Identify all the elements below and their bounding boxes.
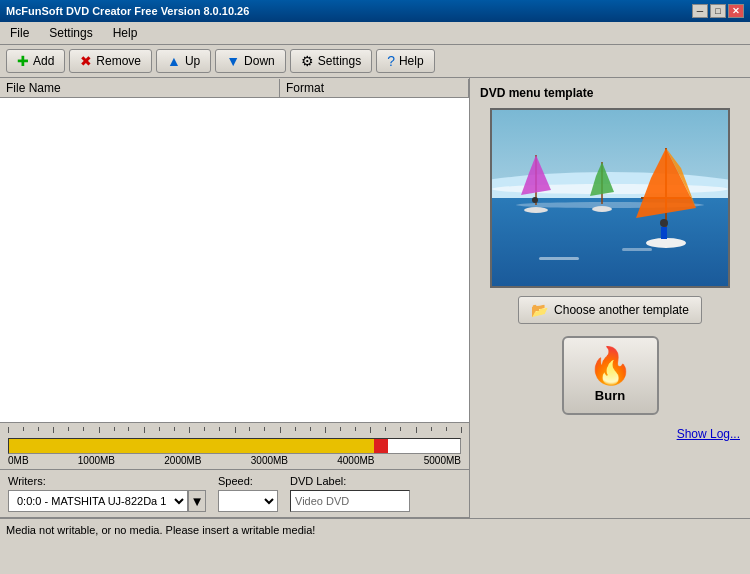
- svg-marker-12: [590, 162, 614, 196]
- status-bar: Media not writable, or no media. Please …: [0, 518, 750, 540]
- help-icon: ?: [387, 53, 395, 69]
- menu-bar: File Settings Help: [0, 22, 750, 45]
- folder-open-icon: 📂: [531, 302, 548, 318]
- progress-fill-yellow: [9, 439, 374, 453]
- svg-marker-2: [636, 148, 696, 218]
- svg-point-9: [524, 207, 548, 213]
- window-title: McFunSoft DVD Creator Free Version 8.0.1…: [6, 5, 249, 17]
- writer-area: Writers: 0:0:0 - MATSHITA UJ-822Da 1.00 …: [0, 470, 469, 518]
- up-label: Up: [185, 54, 200, 68]
- progress-labels: 0MB 1000MB 2000MB 3000MB 4000MB 5000MB: [8, 454, 461, 467]
- choose-template-button[interactable]: 📂 Choose another template: [518, 296, 702, 324]
- writer-select[interactable]: 0:0:0 - MATSHITA UJ-822Da 1.00 [: [8, 490, 188, 512]
- title-bar-controls: ─ □ ✕: [692, 4, 744, 18]
- menu-help[interactable]: Help: [107, 24, 144, 42]
- label-3000mb: 3000MB: [251, 455, 288, 466]
- close-button[interactable]: ✕: [728, 4, 744, 18]
- col-filename-header: File Name: [0, 79, 280, 97]
- file-list-body: [0, 98, 469, 368]
- svg-marker-8: [521, 155, 551, 195]
- dvd-label-group: DVD Label:: [290, 475, 410, 512]
- writers-group: Writers: 0:0:0 - MATSHITA UJ-822Da 1.00 …: [8, 475, 206, 512]
- speed-group: Speed:: [218, 475, 278, 512]
- up-icon: ▲: [167, 53, 181, 69]
- right-panel: DVD menu template: [470, 78, 750, 518]
- help-label: Help: [399, 54, 424, 68]
- add-button[interactable]: ✚ Add: [6, 49, 65, 73]
- show-log-link[interactable]: Show Log...: [677, 427, 740, 441]
- down-icon: ▼: [226, 53, 240, 69]
- add-label: Add: [33, 54, 54, 68]
- maximize-button[interactable]: □: [710, 4, 726, 18]
- progress-track: [8, 438, 461, 454]
- speed-label: Speed:: [218, 475, 278, 487]
- file-list: File Name Format: [0, 78, 469, 423]
- svg-point-10: [532, 197, 538, 203]
- label-4000mb: 4000MB: [337, 455, 374, 466]
- up-button[interactable]: ▲ Up: [156, 49, 211, 73]
- label-0mb: 0MB: [8, 455, 29, 466]
- left-panel: File Name Format: [0, 78, 470, 518]
- toolbar: ✚ Add ✖ Remove ▲ Up ▼ Down ⚙ Settings ? …: [0, 45, 750, 78]
- main-content: File Name Format: [0, 78, 750, 518]
- label-5000mb: 5000MB: [424, 455, 461, 466]
- label-2000mb: 2000MB: [164, 455, 201, 466]
- help-button[interactable]: ? Help: [376, 49, 434, 73]
- dvd-menu-title: DVD menu template: [480, 86, 593, 100]
- choose-template-label: Choose another template: [554, 303, 689, 317]
- progress-area: 0MB 1000MB 2000MB 3000MB 4000MB 5000MB: [0, 423, 469, 470]
- settings-icon: ⚙: [301, 53, 314, 69]
- burn-button[interactable]: 🔥 Burn: [562, 336, 659, 415]
- remove-icon: ✖: [80, 53, 92, 69]
- settings-button[interactable]: ⚙ Settings: [290, 49, 372, 73]
- writers-label: Writers:: [8, 475, 206, 487]
- svg-point-4: [646, 238, 686, 248]
- title-bar: McFunSoft DVD Creator Free Version 8.0.1…: [0, 0, 750, 22]
- dvd-preview: [490, 108, 730, 288]
- minimize-button[interactable]: ─: [692, 4, 708, 18]
- writer-dropdown-btn[interactable]: ▼: [188, 490, 206, 512]
- progress-fill-red: [374, 439, 388, 453]
- dvd-label-input[interactable]: [290, 490, 410, 512]
- tick-lines: [8, 427, 461, 437]
- burn-label: Burn: [595, 388, 625, 403]
- speed-select[interactable]: [218, 490, 278, 512]
- add-icon: ✚: [17, 53, 29, 69]
- status-message: Media not writable, or no media. Please …: [6, 524, 315, 536]
- svg-point-13: [592, 206, 612, 212]
- file-list-header: File Name Format: [0, 78, 469, 98]
- menu-settings[interactable]: Settings: [43, 24, 98, 42]
- remove-label: Remove: [96, 54, 141, 68]
- svg-point-5: [660, 219, 668, 227]
- fire-icon: 🔥: [588, 348, 633, 384]
- down-label: Down: [244, 54, 275, 68]
- remove-button[interactable]: ✖ Remove: [69, 49, 152, 73]
- down-button[interactable]: ▼ Down: [215, 49, 286, 73]
- label-1000mb: 1000MB: [78, 455, 115, 466]
- svg-rect-6: [661, 227, 667, 239]
- dvd-label-label: DVD Label:: [290, 475, 410, 487]
- col-format-header: Format: [280, 79, 469, 97]
- settings-label: Settings: [318, 54, 361, 68]
- menu-file[interactable]: File: [4, 24, 35, 42]
